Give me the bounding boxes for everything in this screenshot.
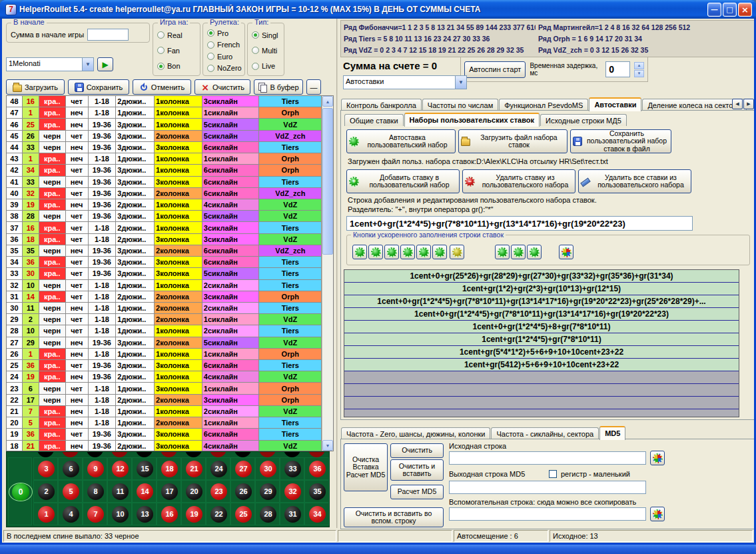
history-row[interactable]: 3436кра..чет19-363дюжи..3колонка6сиклайн… [7, 257, 322, 268]
md5-calc-button[interactable]: Расчет MD5 [390, 485, 444, 499]
bet-list-item[interactable]: 1cent+gr(5412)+5+6+9+10+10cent+23+22 [344, 359, 739, 371]
history-row[interactable]: 3919кра..неч19-362дюжи..1колонка4сиклайн… [7, 199, 322, 211]
toolbar-button-2[interactable]: Сохранить [68, 79, 129, 95]
history-scrollbar[interactable]: ▲ ▼ [322, 96, 333, 451]
history-row[interactable]: 3114кра..чет1-182дюжи..2колонка3сиклайнO… [7, 291, 322, 303]
history-row[interactable]: 2810чернчет1-181дюжи..1колонка2сиклайнTi… [7, 325, 322, 337]
bet-list-item[interactable]: 1cent+0+gr(1*2*4*5)+gr(7*8*10*11)+gr(13*… [344, 295, 739, 308]
bet-list-item[interactable]: 1cent+0+gr(25*26)+gr(28*29)+gr(27*30)+gr… [344, 270, 739, 283]
quick-chip-button-4[interactable] [400, 245, 415, 259]
maximize-button[interactable]: □ [723, 3, 737, 17]
board-cell-29[interactable]: 29 [255, 480, 280, 503]
history-row[interactable]: 471кра..неч1-181дюжи..1колонка1сиклайнOr… [7, 107, 322, 119]
title-bar[interactable]: 7 HelperRoullet 5.4- create helperroulle… [0, 0, 756, 19]
close-button[interactable]: × [738, 3, 752, 17]
radio-option-multi[interactable]: Multi [252, 47, 282, 55]
history-row[interactable]: 3828чернчет19-363дюжи..1колонка5сиклайнV… [7, 211, 322, 222]
history-row[interactable]: 3535черннеч19-363дюжи..2колонка6сиклайнV… [7, 245, 322, 257]
quick-chip-button-10[interactable] [527, 245, 542, 259]
board-cell-35[interactable]: 35 [304, 480, 329, 503]
board-cell-1[interactable]: 1 [33, 503, 58, 525]
set-button[interactable]: Загрузить файл набора ставок [458, 129, 567, 153]
autospin-start-button[interactable]: Автоспин старт [464, 61, 526, 78]
bet-list-item[interactable]: 1cent+0+gr(1*2*4*5)+gr(7*8*10*11)+gr(13*… [344, 308, 739, 321]
bet-list-item[interactable]: 1cent+gr(5*4*1*2)+5+6+9+10+10cent+23+22 [344, 346, 739, 359]
board-cell-16[interactable]: 16 [157, 503, 181, 525]
board-cell-31[interactable]: 31 [280, 503, 304, 525]
radio-option-real[interactable]: Real [157, 31, 198, 39]
board-cell-36[interactable]: 36 [304, 457, 329, 480]
play-button[interactable]: ▶ [97, 57, 113, 71]
history-row[interactable]: 4133черннеч19-363дюжи..3колонка6сиклайнT… [7, 177, 322, 188]
taskbar[interactable] [0, 545, 756, 554]
history-row[interactable]: 217кра..неч1-181дюжи..1колонка2сиклайнVd… [7, 406, 322, 417]
history-row[interactable]: 3330кра..чет19-363дюжи..3колонка5сиклайн… [7, 268, 322, 279]
toolbar-button-6[interactable]: — [306, 79, 321, 95]
board-cell-26[interactable]: 26 [230, 480, 255, 503]
board-cell-14[interactable]: 14 [132, 480, 157, 503]
board-cell-8[interactable]: 8 [83, 480, 107, 503]
board-cell-12[interactable]: 12 [107, 457, 132, 480]
tab-Частота - Zero, шансы, дюжины, колонки[interactable]: Частота - Zero, шансы, дюжины, колонки [341, 427, 490, 439]
board-cell-11[interactable]: 11 [107, 480, 132, 503]
quick-chip-button-1[interactable] [352, 245, 367, 259]
radio-option-french[interactable]: French [207, 41, 243, 49]
tab-Общие ставки[interactable]: Общие ставки [344, 114, 404, 126]
start-sum-input[interactable] [87, 29, 129, 41]
md5-output-input[interactable] [449, 481, 646, 494]
board-cell-3[interactable]: 3 [33, 457, 58, 480]
bet-set-listbox[interactable]: 1cent+0+gr(25*26)+gr(28*29)+gr(27*30)+gr… [344, 269, 739, 417]
history-row[interactable]: 3618кра..чет1-182дюжи..3колонка3сиклайнV… [7, 234, 322, 245]
history-row[interactable]: 4625кра..неч19-363дюжи..1колонка5сиклайн… [7, 119, 322, 130]
history-row[interactable]: 4032кра..чет19-363дюжи..2колонка6сиклайн… [7, 188, 322, 199]
tab-Автоставки[interactable]: Автоставки [589, 97, 641, 111]
tab-MD5[interactable]: MD5 [599, 426, 625, 440]
history-row[interactable]: 3011черннеч1-181дюжи..2колонка2сиклайнTi… [7, 303, 322, 314]
radio-option-pro[interactable]: Pro [207, 29, 243, 37]
tab-Функционал PsevdoMS[interactable]: Функционал PsevdoMS [499, 99, 588, 111]
set-button[interactable]: Автоставка пользовательский набор [346, 129, 456, 153]
set-button[interactable]: −Удалить ставку из пользовательского наб… [462, 169, 575, 193]
tab-Исходные строки МД5[interactable]: Исходные строки МД5 [540, 114, 627, 126]
radio-option-euro[interactable]: Euro [207, 53, 243, 61]
set-button[interactable]: +Добавить ставку в пользовательский набо… [346, 169, 460, 193]
board-cell-5[interactable]: 5 [58, 480, 83, 503]
history-row[interactable]: 2419кра..неч19-362дюжи..1колонка4сиклайн… [7, 371, 322, 383]
md5-clear-paste-calc-button[interactable]: Очистка Вставка Расчет MD5 [344, 443, 388, 491]
board-cell-15[interactable]: 15 [132, 457, 157, 480]
set-button[interactable]: Удалить все ставки из пользовательского … [578, 169, 691, 193]
history-row[interactable]: 261кра..неч1-181дюжи..1колонка1сиклайнOr… [7, 349, 322, 360]
md5-clear-paste-aux-button[interactable]: Очистить и вставить во вспом. строку [344, 507, 444, 527]
bet-string-input[interactable] [346, 216, 693, 231]
board-cell-30[interactable]: 30 [255, 457, 280, 480]
board-cell-6[interactable]: 6 [58, 457, 83, 480]
quick-chip-button-9[interactable] [511, 245, 526, 259]
board-cell-21[interactable]: 21 [181, 457, 206, 480]
toolbar-button-3[interactable]: Отменить [133, 79, 191, 95]
history-row[interactable]: 4433черннеч19-363дюжи..3колонка6сиклайнT… [7, 142, 322, 153]
toolbar-button-5[interactable]: В буфер [254, 79, 303, 95]
md5-source-input[interactable] [449, 451, 646, 465]
history-row[interactable]: 236чернчет1-181дюжи..3колонка1сиклайнOrp… [7, 383, 322, 394]
tab-Частоты по числам[interactable]: Частоты по числам [422, 99, 498, 111]
scroll-up-icon[interactable]: ▲ [322, 96, 333, 107]
board-cell-20[interactable]: 20 [181, 480, 206, 503]
spin-up-icon[interactable]: ▲ [634, 62, 644, 69]
md5-source-action-button[interactable] [650, 451, 665, 465]
spin-down-icon[interactable]: ▼ [634, 70, 644, 77]
quick-chip-button-5[interactable] [416, 245, 431, 259]
scrollbar-thumb[interactable] [322, 108, 333, 255]
board-cell-19[interactable]: 19 [181, 503, 206, 525]
board-cell-4[interactable]: 4 [58, 503, 83, 525]
md5-aux-action-button[interactable] [650, 507, 665, 521]
tab-Наборы пользовательских ставок[interactable]: Наборы пользовательских ставок [404, 113, 540, 127]
scroll-down-icon[interactable]: ▼ [322, 440, 333, 451]
delay-value-input[interactable]: 0 [605, 61, 630, 77]
radio-option-live[interactable]: Live [252, 62, 282, 70]
board-cell-0[interactable]: 0 [8, 457, 32, 525]
tab-scroll-right-icon[interactable]: ▶ [743, 99, 754, 109]
quick-chip-button-3[interactable] [384, 245, 399, 259]
tab-scroll-left-icon[interactable]: ◀ [732, 99, 743, 109]
md5-clear-button[interactable]: Очистить [390, 443, 444, 458]
board-cell-27[interactable]: 27 [230, 457, 255, 480]
